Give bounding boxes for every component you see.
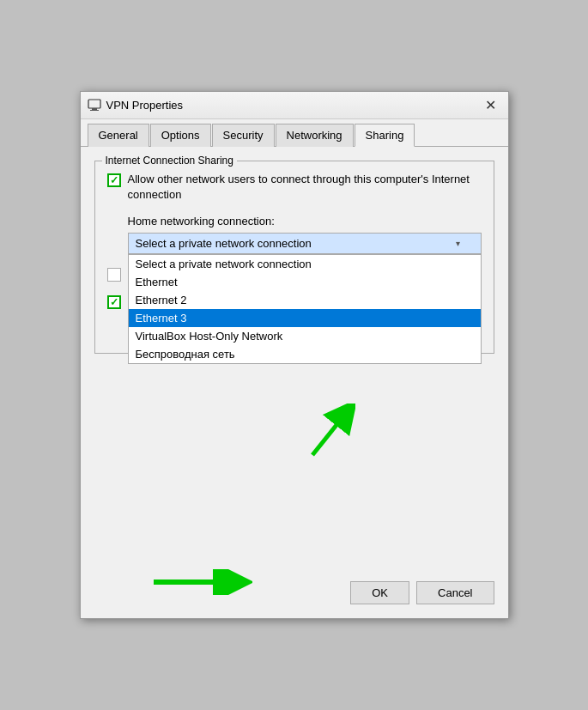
group-title: Internet Connection Sharing bbox=[102, 155, 237, 167]
dropdown-option-2[interactable]: Ethernet 2 bbox=[129, 291, 481, 309]
svg-rect-2 bbox=[90, 110, 99, 111]
dropdown-option-1[interactable]: Ethernet bbox=[129, 273, 481, 291]
close-button[interactable]: ✕ bbox=[481, 94, 501, 115]
bottom-area: OK Cancel bbox=[81, 378, 508, 618]
internet-connection-sharing-group: Internet Connection Sharing Allow other … bbox=[94, 161, 494, 354]
allow-network-users-label: Allow other network users to connect thr… bbox=[128, 172, 482, 203]
svg-rect-0 bbox=[88, 100, 100, 108]
svg-line-4 bbox=[312, 412, 347, 455]
ok-button[interactable]: OK bbox=[350, 581, 409, 604]
dropdown-arrow-icon: ▾ bbox=[456, 239, 460, 248]
svg-rect-1 bbox=[92, 108, 97, 110]
cancel-button[interactable]: Cancel bbox=[416, 581, 494, 604]
window-icon bbox=[88, 98, 101, 112]
tabs-bar: General Options Security Networking Shar… bbox=[81, 119, 508, 147]
content-area: Internet Connection Sharing Allow other … bbox=[81, 147, 508, 378]
dropdown-option-4[interactable]: VirtualBox Host-Only Network bbox=[129, 327, 481, 345]
arrow-right-indicator bbox=[149, 569, 252, 598]
home-networking-label: Home networking connection: bbox=[128, 215, 482, 228]
dropdown-selected-value: Select a private network connection bbox=[136, 237, 312, 250]
tab-security[interactable]: Security bbox=[212, 124, 275, 147]
upright-arrow-icon bbox=[304, 404, 355, 464]
bottom-buttons: OK Cancel bbox=[350, 581, 494, 604]
network-connection-dropdown-container: Select a private network connection ▾ Se… bbox=[128, 233, 482, 254]
allow-network-users-checkbox[interactable] bbox=[107, 173, 121, 187]
tab-networking[interactable]: Networking bbox=[276, 124, 354, 147]
dropdown-option-5[interactable]: Беспроводная сеть bbox=[129, 345, 481, 363]
dropdown-option-3[interactable]: Ethernet 3 bbox=[129, 309, 481, 327]
second-checkbox[interactable] bbox=[107, 268, 121, 282]
window-title: VPN Properties bbox=[106, 99, 184, 112]
title-bar: VPN Properties ✕ bbox=[81, 92, 508, 119]
tab-sharing[interactable]: Sharing bbox=[355, 124, 415, 147]
vpn-properties-dialog: VPN Properties ✕ General Options Securit… bbox=[80, 91, 509, 619]
tab-general[interactable]: General bbox=[88, 124, 149, 147]
right-arrow-icon bbox=[149, 569, 252, 595]
dropdown-list: Select a private network connection Ethe… bbox=[128, 254, 482, 364]
third-checkbox[interactable] bbox=[107, 295, 121, 309]
allow-network-users-row: Allow other network users to connect thr… bbox=[107, 172, 482, 203]
arrow-up-right-indicator bbox=[304, 404, 355, 466]
network-connection-dropdown[interactable]: Select a private network connection ▾ bbox=[128, 233, 482, 254]
tab-options[interactable]: Options bbox=[150, 124, 211, 147]
dropdown-option-0[interactable]: Select a private network connection bbox=[129, 255, 481, 273]
